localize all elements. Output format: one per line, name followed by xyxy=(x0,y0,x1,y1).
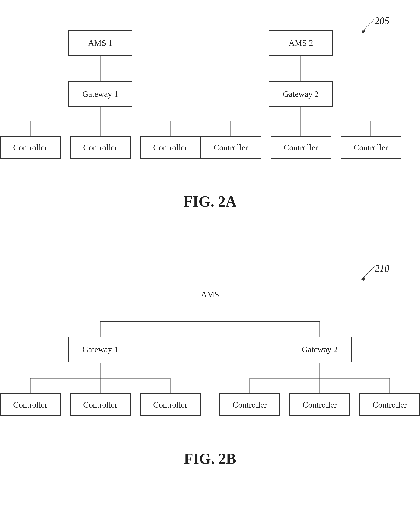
svg-line-26 xyxy=(361,19,375,32)
ams1-box: AMS 1 xyxy=(68,30,132,56)
fig2b-label: FIG. 2B xyxy=(0,450,420,467)
ctrl6-2b: Controller xyxy=(360,393,420,416)
gateway2-box-2b: Gateway 2 xyxy=(288,337,352,362)
fig2a-label: FIG. 2A xyxy=(0,193,420,210)
ctrl3-2a: Controller xyxy=(140,136,201,159)
ctrl1-2a: Controller xyxy=(0,136,60,159)
ctrl1-2b: Controller xyxy=(0,393,60,416)
ams2-box: AMS 2 xyxy=(269,30,333,56)
ref-210: 210 xyxy=(375,263,389,274)
page: 205 AMS 1 AMS 2 Gateway 1 Gateway 2 Cont… xyxy=(0,0,420,511)
diagram-lines xyxy=(0,0,420,511)
ctrl5-2b: Controller xyxy=(289,393,350,416)
ctrl3-2b: Controller xyxy=(140,393,201,416)
ams-box-2b: AMS xyxy=(178,282,242,307)
gateway1-box-2a: Gateway 1 xyxy=(68,81,132,107)
svg-line-28 xyxy=(361,267,375,280)
ctrl6-2a: Controller xyxy=(341,136,401,159)
ctrl4-2a: Controller xyxy=(201,136,261,159)
gateway1-box-2b: Gateway 1 xyxy=(68,337,132,362)
gateway2-box-2a: Gateway 2 xyxy=(269,81,333,107)
ctrl2-2b: Controller xyxy=(70,393,131,416)
ctrl4-2b: Controller xyxy=(219,393,280,416)
ctrl2-2a: Controller xyxy=(70,136,131,159)
ref-210-arrow xyxy=(360,265,376,282)
ctrl5-2a: Controller xyxy=(270,136,331,159)
ref-205-arrow xyxy=(360,17,376,34)
ref-205: 205 xyxy=(375,15,389,26)
